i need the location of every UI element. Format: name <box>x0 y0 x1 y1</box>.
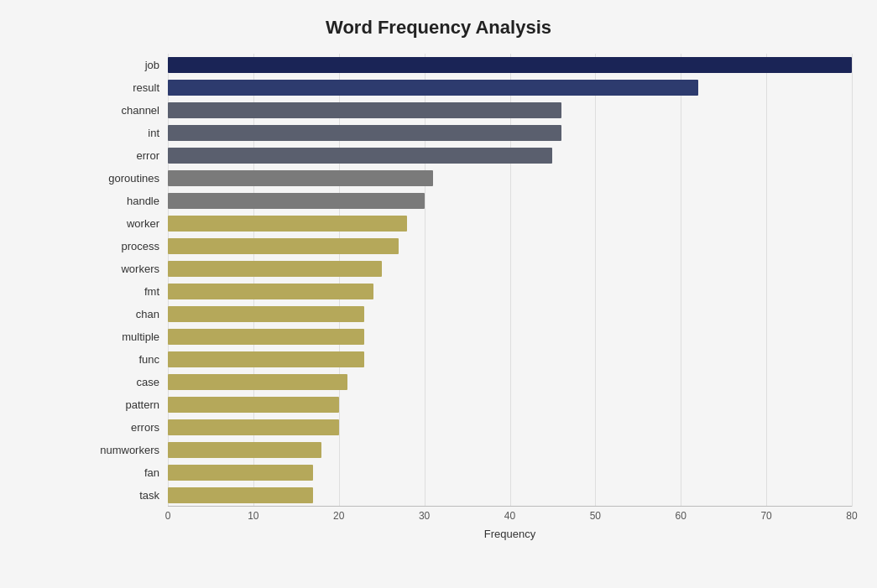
bar <box>168 148 552 164</box>
bar <box>168 193 425 209</box>
bar-bg <box>168 371 852 393</box>
x-axis: Frequency 01020304050607080 <box>168 507 852 540</box>
bar <box>168 442 321 458</box>
bar-label: error <box>92 149 168 162</box>
bar-row: process <box>92 235 852 258</box>
bar-bg <box>168 167 852 190</box>
bar-row: worker <box>92 212 852 235</box>
bar-row: fan <box>92 461 852 484</box>
bar-label: job <box>92 59 168 71</box>
bar-row: job <box>92 54 852 76</box>
bar-bg <box>168 416 852 439</box>
bar-row: fmt <box>92 280 852 303</box>
bar-bg <box>168 325 852 348</box>
bar-row: handle <box>92 190 852 212</box>
bar-label: channel <box>92 104 168 117</box>
x-tick: 60 <box>676 510 686 522</box>
bar-label: multiple <box>92 330 168 343</box>
bar-label: result <box>92 81 168 94</box>
bar-bg <box>168 461 852 484</box>
x-tick: 40 <box>504 510 515 522</box>
x-axis-label: Frequency <box>168 528 852 540</box>
bar-bg <box>168 484 852 507</box>
bar <box>168 238 399 254</box>
bar <box>168 397 339 413</box>
bar-bg <box>168 76 852 99</box>
bar-row: pattern <box>92 393 852 416</box>
bar-row: workers <box>92 258 852 280</box>
bar-bg <box>168 235 852 258</box>
x-tick: 50 <box>590 510 601 522</box>
bar-bg <box>168 280 852 303</box>
bar <box>168 329 364 345</box>
bar-label: task <box>92 489 168 502</box>
grid-line <box>852 54 853 507</box>
bar-label: func <box>92 353 168 366</box>
x-tick: 0 <box>165 510 171 522</box>
bar <box>168 487 313 503</box>
bar-row: goroutines <box>92 167 852 190</box>
x-tick: 80 <box>846 510 857 522</box>
bar-label: process <box>92 240 168 252</box>
bars-wrapper: jobresultchannelinterrorgoroutineshandle… <box>92 54 852 507</box>
bar <box>168 170 433 186</box>
bar-label: workers <box>92 263 168 275</box>
bar-bg <box>168 393 852 416</box>
bar-bg <box>168 144 852 167</box>
bar <box>168 351 364 367</box>
x-tick: 20 <box>333 510 344 522</box>
bar <box>168 306 364 322</box>
bar <box>168 102 561 118</box>
bar-row: result <box>92 76 852 99</box>
bar-label: numworkers <box>92 444 168 456</box>
bar-label: fan <box>92 466 168 479</box>
bar-row: error <box>92 144 852 167</box>
bar-bg <box>168 258 852 280</box>
bar-label: chan <box>92 308 168 320</box>
x-tick: 10 <box>248 510 258 522</box>
bar-bg <box>168 122 852 144</box>
bar-bg <box>168 212 852 235</box>
bar <box>168 57 852 73</box>
bar-bg <box>168 439 852 461</box>
bar-row: func <box>92 348 852 371</box>
bar-label: pattern <box>92 398 168 411</box>
bar <box>168 216 407 232</box>
bar-label: errors <box>92 421 168 434</box>
bar <box>168 465 313 481</box>
chart-title: Word Frequency Analysis <box>25 17 852 39</box>
bar-row: multiple <box>92 325 852 348</box>
bar-label: case <box>92 376 168 388</box>
bar <box>168 419 339 435</box>
bar-bg <box>168 99 852 122</box>
bar-label: int <box>92 127 168 139</box>
bar-label: goroutines <box>92 172 168 185</box>
bar <box>168 374 347 390</box>
bar-row: chan <box>92 303 852 325</box>
bar-bg <box>168 348 852 371</box>
bar-label: worker <box>92 217 168 230</box>
bar-bg <box>168 190 852 212</box>
bar-row: int <box>92 122 852 144</box>
bar-row: numworkers <box>92 439 852 461</box>
bar-row: case <box>92 371 852 393</box>
bar-bg <box>168 54 852 76</box>
chart-area: jobresultchannelinterrorgoroutineshandle… <box>92 54 852 540</box>
chart-container: Word Frequency Analysis jobresultchannel… <box>0 0 877 588</box>
bar-bg <box>168 303 852 325</box>
x-tick: 70 <box>760 510 771 522</box>
bar-row: channel <box>92 99 852 122</box>
bar <box>168 125 561 141</box>
bar <box>168 80 698 96</box>
bar <box>168 261 382 277</box>
bar-row: task <box>92 484 852 507</box>
bar-label: handle <box>92 195 168 207</box>
bar-label: fmt <box>92 285 168 298</box>
bar-row: errors <box>92 416 852 439</box>
bar <box>168 284 373 299</box>
x-tick: 30 <box>419 510 430 522</box>
